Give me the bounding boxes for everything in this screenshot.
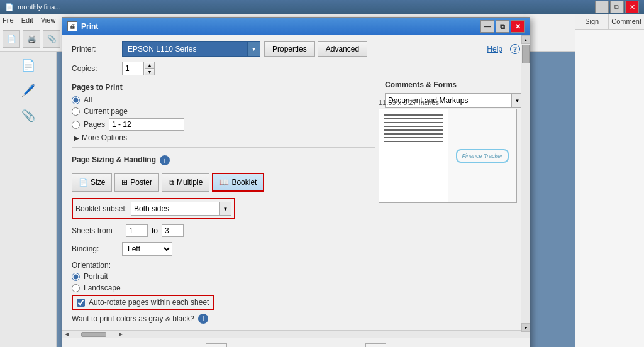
help-link[interactable]: Help — [487, 45, 502, 53]
menu-file[interactable]: File — [3, 16, 14, 24]
gray-info-icon[interactable]: i — [198, 314, 208, 324]
scroll-right-arrow[interactable]: ▶ — [119, 331, 123, 337]
copies-spinner: ▲ ▼ — [145, 62, 155, 75]
printer-dropdown[interactable]: EPSON L110 Series ▼ — [122, 41, 260, 57]
dialog-bottom-buttons: < > — [62, 338, 530, 347]
radio-current-row: Current page — [72, 107, 375, 116]
booklet-icon: 📖 — [219, 178, 229, 187]
copies-down-btn[interactable]: ▼ — [145, 69, 155, 75]
auto-rotate-row: Auto-rotate pages within each sheet — [72, 295, 214, 310]
binding-row: Binding: Left Right — [72, 242, 375, 256]
preview-line-2 — [384, 118, 443, 119]
multiple-icon: ⧉ — [169, 178, 174, 187]
left-icon-2[interactable]: 🖊️ — [17, 79, 40, 102]
left-icon-3[interactable]: 📎 — [17, 104, 40, 127]
gray-question-text: Want to print colors as gray & black? — [72, 314, 194, 323]
radio-landscape-label: Landscape — [84, 284, 121, 292]
sheets-to-label: to — [152, 226, 158, 235]
tool-btn-2[interactable]: 🖨️ — [23, 30, 40, 48]
booklet-subset-dropdown[interactable]: Both sides ▼ — [131, 202, 231, 216]
preview-line-5 — [384, 129, 443, 131]
auto-rotate-checkbox[interactable] — [77, 299, 85, 307]
scroll-left-arrow[interactable]: ◀ — [65, 331, 69, 337]
copies-row: Copies: 1 ▲ ▼ — [72, 62, 520, 75]
preview-line-4 — [384, 126, 443, 127]
radio-portrait-row: Portrait — [72, 272, 375, 281]
minimize-btn[interactable]: — — [595, 1, 609, 13]
printer-label: Printer: — [72, 45, 122, 53]
dialog-minimize-btn[interactable]: — — [480, 20, 494, 33]
menu-edit[interactable]: Edit — [21, 16, 33, 24]
app-titlebar: 📄 monthly fina... — ⧉ ✕ — [0, 0, 644, 14]
dialog-restore-btn[interactable]: ⧉ — [496, 20, 509, 33]
multiple-label: Multiple — [177, 178, 203, 187]
size-label: Size — [91, 178, 105, 187]
binding-dropdown[interactable]: Left Right — [122, 242, 172, 256]
poster-label: Poster — [130, 178, 152, 187]
copies-input[interactable]: 1 — [122, 62, 144, 75]
booklet-subset-label: Booklet subset: — [75, 204, 127, 213]
booklet-button[interactable]: 📖 Booklet — [212, 173, 264, 192]
tool-btn-3[interactable]: 📎 — [43, 30, 60, 48]
poster-icon: ⊞ — [121, 178, 128, 187]
multiple-button[interactable]: ⧉ Multiple — [162, 173, 209, 192]
radio-landscape[interactable] — [72, 284, 80, 292]
tool-btn-1[interactable]: 📄 — [3, 30, 20, 48]
advanced-button[interactable]: Advanced — [318, 41, 367, 57]
poster-button[interactable]: ⊞ Poster — [114, 173, 159, 192]
size-button[interactable]: 📄 Size — [72, 173, 112, 192]
right-panel: Sign Comment — [575, 14, 644, 347]
radio-all[interactable] — [72, 96, 80, 104]
menu-view[interactable]: View — [41, 16, 56, 24]
help-icon[interactable]: ? — [510, 44, 520, 54]
left-column: Pages to Print All Current page Pages 1 … — [72, 80, 375, 324]
left-panel: 📄 🖊️ 📎 — [0, 52, 57, 347]
more-options-label: More Options — [82, 133, 127, 142]
sizing-info-icon[interactable]: i — [160, 155, 170, 165]
copies-up-btn[interactable]: ▲ — [145, 62, 155, 69]
dialog-titlebar: 🖨 Print — ⧉ ✕ — [62, 18, 530, 35]
help-section: Help ? — [487, 44, 520, 54]
more-options[interactable]: ▶ More Options — [72, 133, 375, 142]
vscroll-down-arrow[interactable]: ▼ — [521, 323, 530, 332]
scroll-thumb[interactable] — [81, 332, 106, 337]
restore-btn[interactable]: ⧉ — [610, 1, 624, 13]
dialog-scrollbar: ◀ ▶ — [62, 330, 530, 338]
sign-tab[interactable]: Sign — [575, 14, 609, 29]
vscroll-up-arrow[interactable]: ▲ — [521, 35, 530, 44]
comment-tab[interactable]: Comment — [609, 14, 644, 29]
printer-row: Printer: EPSON L110 Series ▼ Properties … — [72, 41, 520, 57]
printer-value: EPSON L110 Series — [128, 45, 196, 53]
sheets-from-input[interactable]: 1 — [126, 224, 148, 237]
booklet-label: Booklet — [231, 178, 257, 187]
gray-question-row: Want to print colors as gray & black? i — [72, 314, 375, 324]
radio-pages[interactable] — [72, 121, 80, 129]
sheets-to-input[interactable]: 3 — [162, 224, 184, 237]
orientation-label: Orientation: — [72, 261, 111, 270]
radio-pages-row: Pages 1 - 12 — [72, 118, 375, 131]
pages-input[interactable]: 1 - 12 — [109, 118, 184, 131]
vscroll-thumb[interactable] — [522, 45, 530, 63]
right-panel-tabs: Sign Comment — [575, 14, 644, 30]
sizing-btn-row: 📄 Size ⊞ Poster ⧉ Multiple 📖 Booklet — [72, 173, 375, 192]
dialog-close-btn[interactable]: ✕ — [511, 20, 525, 33]
left-icon-1[interactable]: 📄 — [17, 54, 40, 77]
preview-box: Finance Tracker — [379, 109, 517, 203]
app-close-btn[interactable]: ✕ — [625, 1, 639, 13]
dialog-body: Printer: EPSON L110 Series ▼ Properties … — [62, 35, 530, 330]
page-next-button[interactable]: > — [365, 343, 386, 347]
divider — [72, 147, 375, 148]
page-prev-button[interactable]: < — [206, 343, 226, 347]
size-icon: 📄 — [79, 178, 88, 187]
preview-left-page — [379, 109, 448, 202]
binding-label: Binding: — [72, 245, 122, 253]
radio-portrait[interactable] — [72, 273, 80, 281]
preview-line-1 — [384, 114, 443, 116]
radio-current[interactable] — [72, 107, 80, 116]
printer-arrow[interactable]: ▼ — [247, 42, 260, 56]
properties-button[interactable]: Properties — [264, 41, 315, 57]
booklet-subset-arrow[interactable]: ▼ — [219, 202, 231, 215]
booklet-subset-value: Both sides — [134, 204, 169, 213]
main-columns: Pages to Print All Current page Pages 1 … — [72, 80, 520, 324]
sizing-heading: Page Sizing & Handling i — [72, 153, 375, 168]
